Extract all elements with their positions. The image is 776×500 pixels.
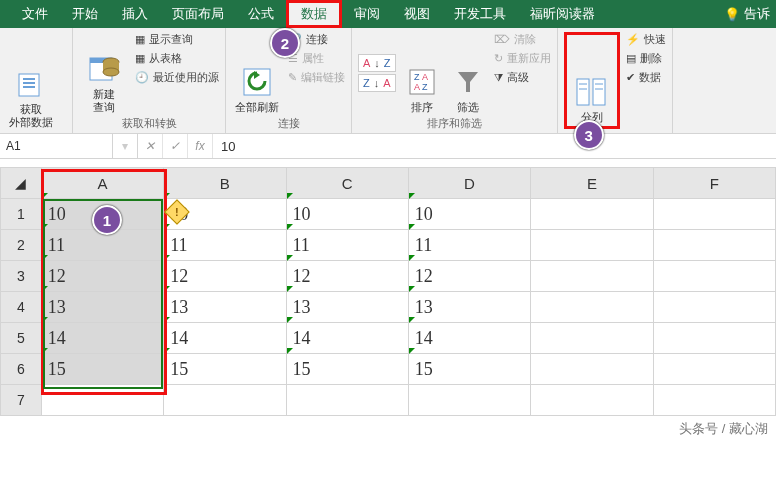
footer-credit: 头条号 / 藏心湖 (0, 416, 776, 442)
col-E[interactable]: E (531, 168, 653, 199)
cell[interactable]: 13 (41, 292, 163, 323)
cell[interactable]: 11 (408, 230, 530, 261)
svg-rect-0 (19, 74, 39, 96)
cell[interactable] (531, 261, 653, 292)
spreadsheet-grid[interactable]: ◢ A B C D E F 110101010 211111111 312121… (0, 167, 776, 416)
tell-me[interactable]: 💡告诉 (724, 0, 776, 28)
cell[interactable]: 13 (286, 292, 408, 323)
cell[interactable]: 12 (408, 261, 530, 292)
cell[interactable] (653, 261, 775, 292)
cell[interactable] (408, 385, 530, 416)
fx-button[interactable]: fx (188, 134, 213, 158)
name-box[interactable]: A1 (0, 134, 113, 158)
sort-asc-button[interactable]: A↓Z (358, 54, 396, 72)
cell[interactable]: 11 (286, 230, 408, 261)
advanced-icon: ⧩ (494, 71, 503, 84)
group-sort-filter-label: 排序和筛选 (358, 114, 551, 131)
reapply-button[interactable]: ↻重新应用 (494, 51, 551, 66)
cell[interactable]: 12 (164, 261, 286, 292)
edit-links-icon: ✎ (288, 71, 297, 84)
tab-foxit[interactable]: 福昕阅读器 (518, 0, 607, 28)
row-2[interactable]: 2 (1, 230, 42, 261)
cell[interactable] (653, 354, 775, 385)
svg-text:Z: Z (414, 72, 420, 82)
cell[interactable]: 15 (286, 354, 408, 385)
cell[interactable]: 12 (286, 261, 408, 292)
confirm-button[interactable]: ✓ (163, 134, 188, 158)
cell[interactable] (286, 385, 408, 416)
row-7[interactable]: 7 (1, 385, 42, 416)
cell[interactable]: 10 (286, 199, 408, 230)
cell[interactable]: 14 (41, 323, 163, 354)
col-D[interactable]: D (408, 168, 530, 199)
cell[interactable] (531, 199, 653, 230)
row-1[interactable]: 1 (1, 199, 42, 230)
svg-rect-19 (593, 79, 605, 105)
recent-sources-button[interactable]: 🕘最近使用的源 (135, 70, 219, 85)
tab-insert[interactable]: 插入 (110, 0, 160, 28)
cell[interactable] (653, 199, 775, 230)
namebox-dropdown[interactable]: ▾ (113, 134, 138, 158)
cell[interactable]: 13 (164, 292, 286, 323)
properties-button[interactable]: ☰属性 (288, 51, 345, 66)
from-table-icon: ▦ (135, 52, 145, 65)
sort-desc-button[interactable]: Z↓A (358, 74, 396, 92)
cell[interactable] (531, 385, 653, 416)
col-C[interactable]: C (286, 168, 408, 199)
cell[interactable]: 10 (408, 199, 530, 230)
tab-data[interactable]: 数据 (286, 0, 342, 28)
remove-duplicates-button[interactable]: ▤删除 (626, 51, 666, 66)
cell[interactable] (164, 385, 286, 416)
svg-rect-3 (23, 86, 35, 88)
cell[interactable]: 14 (286, 323, 408, 354)
clear-button[interactable]: ⌦清除 (494, 32, 551, 47)
cell[interactable]: 14 (164, 323, 286, 354)
cell[interactable] (41, 385, 163, 416)
formula-value[interactable]: 10 (213, 134, 776, 158)
cell[interactable]: 13 (408, 292, 530, 323)
cell[interactable]: 12 (41, 261, 163, 292)
tab-home[interactable]: 开始 (60, 0, 110, 28)
tab-file[interactable]: 文件 (10, 0, 60, 28)
row-6[interactable]: 6 (1, 354, 42, 385)
cell[interactable] (531, 292, 653, 323)
edit-links-button[interactable]: ✎编辑链接 (288, 70, 345, 85)
text-to-columns-button[interactable]: 分列 (569, 37, 615, 124)
flash-fill-button[interactable]: ⚡快速 (626, 32, 666, 47)
cell[interactable]: 15 (408, 354, 530, 385)
callout-1: 1 (92, 205, 122, 235)
cell[interactable] (653, 385, 775, 416)
col-B[interactable]: B (164, 168, 286, 199)
get-external-data-button[interactable]: 获取 外部数据 (6, 32, 56, 129)
tab-formulas[interactable]: 公式 (236, 0, 286, 28)
cell[interactable]: 15 (164, 354, 286, 385)
col-A[interactable]: A (41, 168, 163, 199)
select-all[interactable]: ◢ (1, 168, 42, 199)
cell[interactable]: 14 (408, 323, 530, 354)
sort-button[interactable]: ZAAZ 排序 (402, 32, 442, 114)
cell[interactable] (653, 292, 775, 323)
tab-review[interactable]: 审阅 (342, 0, 392, 28)
filter-button[interactable]: 筛选 (448, 32, 488, 114)
cell[interactable] (653, 323, 775, 354)
cell[interactable] (531, 354, 653, 385)
cancel-button[interactable]: ✕ (138, 134, 163, 158)
col-F[interactable]: F (653, 168, 775, 199)
row-4[interactable]: 4 (1, 292, 42, 323)
cell[interactable] (653, 230, 775, 261)
row-5[interactable]: 5 (1, 323, 42, 354)
cell[interactable] (531, 230, 653, 261)
tab-dev[interactable]: 开发工具 (442, 0, 518, 28)
advanced-button[interactable]: ⧩高级 (494, 70, 551, 85)
cell[interactable]: 11 (164, 230, 286, 261)
tab-view[interactable]: 视图 (392, 0, 442, 28)
callout-2: 2 (270, 28, 300, 58)
data-validation-button[interactable]: ✔数据 (626, 70, 666, 85)
tab-layout[interactable]: 页面布局 (160, 0, 236, 28)
from-table-button[interactable]: ▦从表格 (135, 51, 219, 66)
cell[interactable] (531, 323, 653, 354)
row-3[interactable]: 3 (1, 261, 42, 292)
cell[interactable]: 15 (41, 354, 163, 385)
new-query-button[interactable]: 新建 查询 (79, 32, 129, 114)
show-queries-button[interactable]: ▦显示查询 (135, 32, 219, 47)
